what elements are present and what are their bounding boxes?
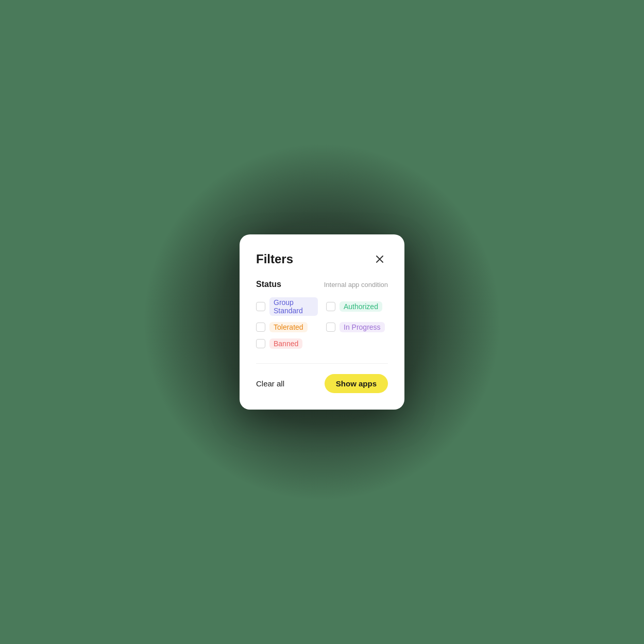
- modal-title: Filters: [256, 252, 293, 266]
- modal-container: Filters Status Internal app condition Gr…: [240, 234, 404, 410]
- checkbox-authorized[interactable]: [326, 302, 335, 311]
- filter-label-authorized: Authorized: [340, 301, 382, 312]
- filter-label-tolerated: Tolerated: [269, 322, 308, 332]
- modal-header: Filters: [256, 251, 388, 267]
- divider: [256, 363, 388, 364]
- filter-grid: Group Standard Authorized Tolerated In P…: [256, 297, 388, 349]
- section-title: Status: [256, 280, 281, 289]
- filter-label-banned: Banned: [269, 338, 302, 349]
- section-subtitle: Internal app condition: [324, 281, 388, 289]
- filter-item-in-progress[interactable]: In Progress: [326, 322, 388, 332]
- checkbox-banned[interactable]: [256, 339, 265, 348]
- clear-all-button[interactable]: Clear all: [256, 377, 284, 390]
- filter-label-in-progress: In Progress: [340, 322, 385, 332]
- checkbox-tolerated[interactable]: [256, 323, 265, 332]
- section-header: Status Internal app condition: [256, 280, 388, 289]
- modal-footer: Clear all Show apps: [256, 374, 388, 393]
- show-apps-button[interactable]: Show apps: [325, 374, 388, 393]
- close-icon: [376, 255, 384, 263]
- filter-item-authorized[interactable]: Authorized: [326, 297, 388, 316]
- checkbox-group-standard[interactable]: [256, 302, 265, 311]
- checkbox-in-progress[interactable]: [326, 323, 335, 332]
- filter-item-tolerated[interactable]: Tolerated: [256, 322, 318, 332]
- close-button[interactable]: [371, 251, 388, 267]
- filter-item-group-standard[interactable]: Group Standard: [256, 297, 318, 316]
- filter-label-group-standard: Group Standard: [269, 297, 318, 316]
- filters-modal: Filters Status Internal app condition Gr…: [240, 234, 404, 410]
- filter-item-banned[interactable]: Banned: [256, 338, 318, 349]
